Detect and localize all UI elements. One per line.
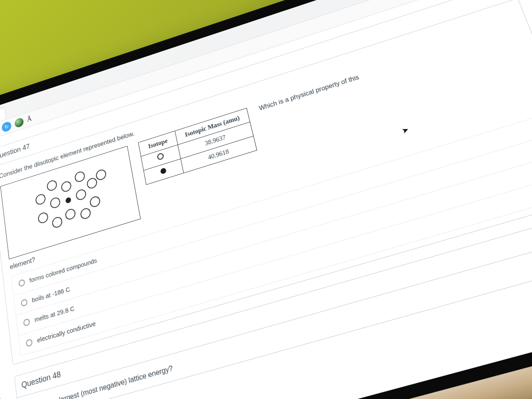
question-47-card: Question 47 Consider the diisotopic elem… bbox=[0, 0, 532, 365]
radio-icon bbox=[21, 298, 28, 307]
atomic-diagram bbox=[0, 146, 141, 259]
radio-icon bbox=[18, 279, 25, 287]
question-48-title: Question 48 bbox=[21, 368, 62, 391]
nav-reload-button[interactable]: ↻ bbox=[1, 121, 12, 133]
radio-icon bbox=[23, 318, 30, 327]
isotope-table: Isotope Isotopic Mass (amu) 38.9637 bbox=[138, 108, 257, 185]
radio-icon bbox=[26, 338, 33, 347]
quiz-content: Question 47 Consider the diisotopic elem… bbox=[0, 0, 532, 399]
globe-icon bbox=[14, 117, 24, 128]
omnibox-text: Ā bbox=[27, 115, 32, 124]
